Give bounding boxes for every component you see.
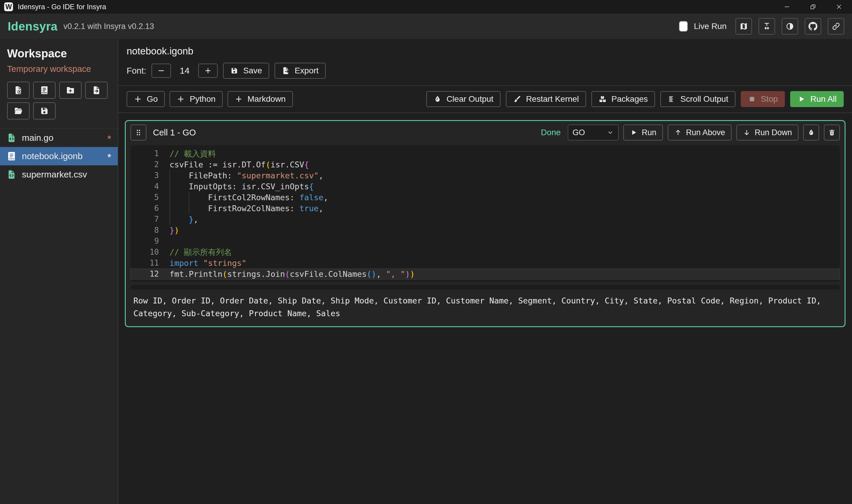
link-button[interactable] [828,18,844,35]
code-editor[interactable]: 1// 載入資料2csvFile := isr.DT.Of(isr.CSV{3F… [130,145,840,282]
code-token: ) [410,269,415,278]
run-label: Run [642,128,656,137]
close-icon [836,3,842,10]
github-icon [809,22,817,31]
code-line-9[interactable]: 9 [130,236,840,247]
live-run-label: Live Run [694,22,727,31]
file-item-notebook-igonb[interactable]: notebook.igonb* [0,147,118,165]
import-file-button[interactable] [85,82,108,99]
code-line-8[interactable]: 8}) [130,225,840,236]
code-token: isr.CSV [270,160,304,169]
cell-language-select[interactable]: GO [568,125,619,141]
font-decrease-button[interactable] [151,64,171,78]
notebook-toolbar: GoPythonMarkdown Clear OutputRestart Ker… [118,86,852,113]
code-token: , [376,269,386,278]
code-token: , [323,193,328,202]
new-notebook-button[interactable] [33,82,56,99]
save-workspace-button[interactable] [33,102,56,120]
code-line-7[interactable]: 7}, [130,214,840,225]
scroll-lines-icon [667,95,676,103]
indent-guide [169,181,189,192]
save-button[interactable]: Save [223,63,269,79]
github-button[interactable] [805,18,821,35]
line-number: 11 [130,258,159,269]
packages-icon [598,95,607,103]
run-all-button[interactable]: Run All [790,91,844,107]
maximize-button[interactable] [800,0,826,14]
live-run-checkbox[interactable] [679,21,688,32]
restart-kernel-button[interactable]: Restart Kernel [506,91,586,107]
clear-cell-output-button[interactable] [803,125,819,141]
code-line-11[interactable]: 11import "strings" [130,258,840,269]
add-python-cell-button[interactable]: Python [169,91,222,107]
new-folder-button[interactable] [59,82,81,99]
plus-icon [204,67,212,74]
file-item-main-go[interactable]: main.go* [0,129,118,147]
code-text: // 顯示所有列名 [159,247,232,258]
code-line-1[interactable]: 1// 載入資料 [130,148,840,159]
cell-run-buttons: RunRun AboveRun Down [623,125,798,141]
file-item-supermarket-csv[interactable]: supermarket.csv [0,165,118,184]
modified-marker: * [107,132,111,144]
drag-dots-icon [134,128,143,137]
code-line-3[interactable]: 3FilePath: "supermarket.csv", [130,170,840,181]
code-text: fmt.Println(strings.Join(csvFile.ColName… [159,269,415,280]
close-button[interactable] [826,0,852,14]
file-name: main.go [22,133,54,143]
app-version: v0.2.1 with Insyra v0.2.13 [64,22,154,31]
file-export-icon [282,67,290,75]
code-line-5[interactable]: 5FirstCol2RowNames: false, [130,192,840,203]
notebook-file-icon [6,151,17,161]
packages-button[interactable]: Packages [591,91,655,107]
app-header: Idensyra v0.2.1 with Insyra v0.2.13 Live… [0,14,852,39]
font-increase-button[interactable] [198,64,218,78]
code-token: () [367,269,377,278]
clear-output-button[interactable]: Clear Output [426,91,501,107]
indent-guide [189,203,208,214]
indent-guide [169,170,189,181]
code-token: , [319,171,323,180]
new-file-button[interactable] [7,82,30,99]
add-go-cell-button[interactable]: Go [127,91,165,107]
cell-output: Row ID, Order ID, Order Date, Ship Date,… [126,290,845,326]
cell-drag-handle[interactable] [130,125,146,141]
contrast-icon [785,22,794,31]
editor-hscrollbar[interactable] [130,285,840,290]
scroll-output-label: Scroll Output [681,94,728,104]
code-token: , [319,204,323,213]
main-panel: notebook.igonb Font: 14 Save Export GoPy… [118,39,852,504]
run-down-cell-button[interactable]: Run Down [736,125,798,141]
code-line-2[interactable]: 2csvFile := isr.DT.Of(isr.CSV{ [130,159,840,170]
code-line-10[interactable]: 10// 顯示所有列名 [130,247,840,258]
stop-button[interactable]: Stop [741,91,785,107]
titlebar: W Idensyra - Go IDE for Insyra [0,0,852,14]
open-folder-button[interactable] [7,102,30,120]
code-text: FirstRow2ColNames: true, [159,203,323,214]
code-line-6[interactable]: 6FirstRow2ColNames: true, [130,203,840,214]
map-button[interactable] [736,18,752,35]
export-button[interactable]: Export [274,63,326,79]
run-above-cell-button[interactable]: Run Above [668,125,731,141]
code-text: }) [159,225,179,236]
eraser-icon [807,129,815,136]
code-token: { [304,160,309,169]
code-line-4[interactable]: 4InputOpts: isr.CSV_inOpts{ [130,181,840,192]
cell-header: Cell 1 - GO Done GO RunRun AboveRun Down [126,121,845,144]
add-cell-buttons: GoPythonMarkdown [127,91,293,107]
code-token: ", " [386,269,405,278]
minimize-icon [784,3,790,10]
delete-cell-button[interactable] [824,125,840,141]
code-token: } [169,226,174,235]
code-token: ( [285,269,290,278]
code-lines: 1// 載入資料2csvFile := isr.DT.Of(isr.CSV{3F… [130,148,840,280]
code-token: fmt.Println [169,269,222,278]
minimize-button[interactable] [774,0,800,14]
code-token: import [169,258,203,268]
text-width-button[interactable] [759,18,775,35]
scroll-output-button[interactable]: Scroll Output [660,91,736,107]
code-line-12[interactable]: 12fmt.Println(strings.Join(csvFile.ColNa… [130,269,840,280]
add-markdown-cell-button[interactable]: Markdown [228,91,293,107]
code-token: false [300,193,323,202]
run-cell-button[interactable]: Run [623,125,663,141]
theme-contrast-button[interactable] [782,18,798,35]
